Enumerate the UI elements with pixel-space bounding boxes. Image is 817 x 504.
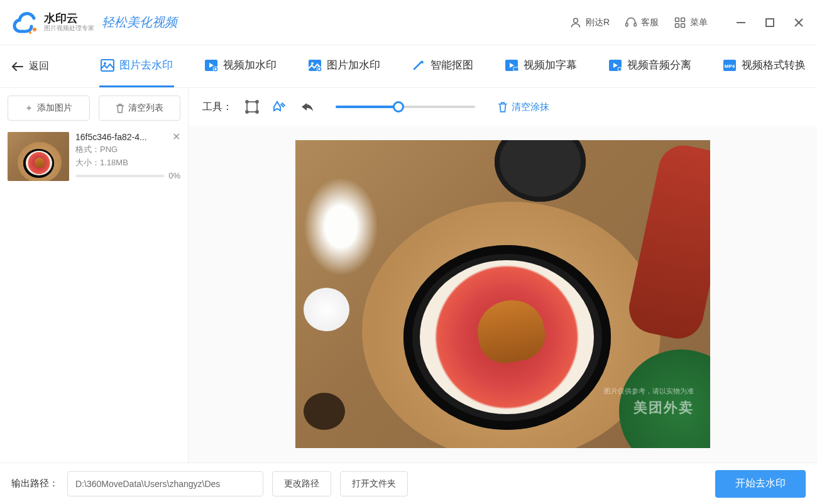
app-tagline: 轻松美化视频 [102, 14, 177, 31]
file-progress-bar [75, 175, 165, 177]
remove-file-button[interactable]: ✕ [172, 131, 180, 143]
tab-video-add-watermark[interactable]: 视频加水印 [204, 58, 277, 75]
tab-label: 视频加水印 [223, 58, 277, 72]
svg-rect-3 [626, 23, 628, 26]
svg-rect-6 [681, 18, 685, 21]
grid-icon [674, 16, 686, 29]
video-subtitle-icon [505, 59, 518, 72]
svg-rect-7 [676, 23, 679, 27]
svg-rect-4 [634, 23, 636, 26]
svg-rect-26 [247, 102, 257, 112]
menu-button[interactable]: 菜单 [674, 16, 708, 29]
clear-list-label: 清空列表 [128, 102, 163, 114]
tab-label: 智能抠图 [430, 58, 473, 72]
tab-bar: 返回 图片去水印 视频加水印 图片加水印 智能抠图 视频加字幕 视频音频分离 M… [0, 45, 817, 88]
brush-tool-button[interactable] [271, 99, 288, 115]
svg-point-1 [29, 31, 31, 34]
canvas-area: 工具： 清空涂抹 [189, 88, 817, 463]
cloud-logo-icon [13, 11, 40, 35]
svg-rect-10 [766, 19, 774, 26]
support-label: 客服 [641, 17, 659, 28]
mp4-icon: MP4 [723, 59, 737, 72]
video-audio-icon [608, 59, 622, 72]
svg-point-2 [574, 18, 578, 23]
toolbar: 工具： 清空涂抹 [189, 88, 817, 126]
sidebar: ＋ 添加图片 清空列表 16f5c346-fa82-4... 格式：PNG 大小… [0, 88, 189, 463]
change-path-button[interactable]: 更改路径 [272, 471, 331, 496]
image-preview[interactable]: 图片仅供参考，请以实物为准 美团外卖 [295, 140, 710, 448]
slider-fill [336, 106, 398, 108]
clear-brush-button[interactable]: 清空涂抹 [498, 101, 549, 113]
output-path-input[interactable] [67, 471, 263, 496]
add-image-label: 添加图片 [37, 102, 72, 114]
svg-text:MP4: MP4 [725, 63, 735, 69]
brush-size-slider[interactable] [336, 106, 475, 108]
start-button[interactable]: 开始去水印 [715, 470, 806, 498]
svg-rect-5 [676, 18, 679, 21]
tab-smart-cutout[interactable]: 智能抠图 [412, 58, 473, 75]
arrow-left-icon [11, 62, 24, 72]
tab-video-format-convert[interactable]: MP4 视频格式转换 [723, 58, 806, 75]
file-format-label: 格式： [75, 145, 100, 154]
svg-point-18 [311, 62, 314, 65]
svg-point-23 [618, 67, 622, 71]
svg-point-30 [256, 111, 258, 113]
magic-wand-icon [412, 59, 425, 72]
app-logo: 水印云 图片视频处理专家 [13, 11, 94, 35]
minimize-button[interactable] [735, 17, 747, 28]
close-button[interactable] [793, 17, 804, 28]
clear-list-button[interactable]: 清空列表 [99, 96, 181, 121]
file-item[interactable]: 16f5c346-fa82-4... 格式：PNG 大小：1.18MB 0% ✕ [8, 132, 180, 181]
svg-point-29 [246, 111, 248, 113]
svg-rect-21 [513, 67, 518, 71]
svg-point-28 [256, 101, 258, 103]
trash-icon [116, 103, 124, 113]
file-format-value: PNG [100, 145, 118, 154]
tab-label: 图片加水印 [327, 58, 380, 72]
undo-button[interactable] [299, 99, 315, 115]
output-path-label: 输出路径： [11, 478, 58, 490]
toolbar-label: 工具： [202, 101, 233, 114]
tab-image-remove-watermark[interactable]: 图片去水印 [101, 58, 173, 75]
svg-point-0 [33, 28, 36, 31]
user-button[interactable]: 刚达R [569, 16, 610, 29]
file-progress-value: 0% [168, 171, 180, 180]
slider-knob[interactable] [393, 101, 404, 112]
canvas[interactable]: 图片仅供参考，请以实物为准 美团外卖 [189, 126, 817, 463]
tab-video-add-subtitle[interactable]: 视频加字幕 [505, 58, 577, 75]
plus-icon: ＋ [25, 102, 33, 114]
tab-label: 视频加字幕 [524, 58, 577, 72]
back-label: 返回 [29, 60, 49, 73]
headset-icon [625, 16, 637, 29]
tab-label: 视频音频分离 [627, 58, 691, 72]
app-subtitle: 图片视频处理专家 [44, 24, 94, 33]
titlebar: 水印云 图片视频处理专家 轻松美化视频 刚达R 客服 菜单 [0, 0, 817, 45]
tab-label: 视频格式转换 [742, 58, 806, 72]
user-label: 刚达R [586, 17, 610, 28]
trash-icon [498, 101, 508, 112]
clear-brush-label: 清空涂抹 [512, 101, 549, 113]
add-image-button[interactable]: ＋ 添加图片 [8, 96, 90, 121]
file-name: 16f5c346-fa82-4... [75, 132, 180, 142]
file-size-value: 1.18MB [100, 158, 128, 167]
back-button[interactable]: 返回 [11, 60, 49, 73]
svg-point-27 [246, 101, 248, 103]
open-folder-button[interactable]: 打开文件夹 [340, 471, 408, 496]
footer: 输出路径： 更改路径 打开文件夹 开始去水印 [0, 463, 817, 504]
svg-point-14 [104, 62, 106, 65]
tab-label: 图片去水印 [119, 58, 173, 72]
svg-rect-8 [681, 23, 685, 27]
watermark-text: 美团外卖 [633, 398, 694, 417]
selection-tool-button[interactable] [244, 99, 260, 115]
tab-video-audio-split[interactable]: 视频音频分离 [608, 58, 691, 75]
maximize-button[interactable] [764, 17, 776, 28]
app-name: 水印云 [44, 13, 94, 24]
tab-image-add-watermark[interactable]: 图片加水印 [308, 58, 380, 75]
image-plus-icon [308, 59, 322, 72]
watermark-subtext: 图片仅供参考，请以实物为准 [604, 386, 694, 396]
menu-label: 菜单 [690, 17, 708, 28]
video-plus-icon [204, 59, 218, 72]
file-thumbnail [8, 132, 69, 181]
file-size-label: 大小： [75, 158, 100, 167]
support-button[interactable]: 客服 [625, 16, 659, 29]
